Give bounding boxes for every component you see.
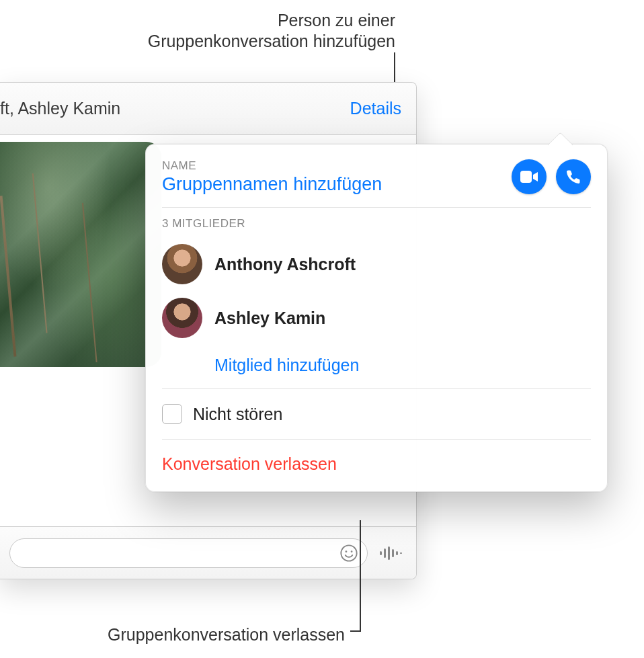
audio-call-button[interactable] — [556, 159, 591, 194]
avatar — [162, 244, 202, 284]
svg-rect-8 — [400, 552, 402, 554]
svg-rect-4 — [384, 548, 386, 558]
svg-point-0 — [341, 545, 356, 561]
audio-message-icon[interactable] — [374, 538, 407, 568]
message-input[interactable] — [9, 538, 368, 568]
video-call-button[interactable] — [512, 159, 547, 194]
svg-point-1 — [346, 550, 348, 552]
callout-add-person: Person zu einer Gruppenkonversation hinz… — [148, 10, 395, 52]
avatar — [162, 298, 202, 338]
svg-rect-7 — [396, 551, 398, 555]
emoji-icon[interactable] — [339, 543, 359, 563]
member-name: Anthony Ashcroft — [214, 255, 356, 274]
message-input-bar — [0, 526, 416, 579]
conversation-participants: ft, Ashley Kamin — [0, 99, 120, 118]
do-not-disturb-label: Nicht stören — [193, 405, 282, 424]
callout-line — [350, 630, 361, 632]
callout-leave-conversation: Gruppenkonversation verlassen — [108, 625, 345, 645]
add-member-button[interactable]: Mitglied hinzufügen — [162, 345, 591, 375]
leave-conversation-button[interactable]: Konversation verlassen — [162, 454, 591, 474]
group-name-input[interactable]: Gruppennamen hinzufügen — [162, 174, 501, 195]
members-count-label: 3 MITGLIEDER — [162, 217, 591, 231]
callout-line — [360, 520, 361, 631]
details-button[interactable]: Details — [350, 99, 401, 118]
do-not-disturb-checkbox[interactable] — [162, 404, 182, 424]
member-name: Ashley Kamin — [214, 309, 325, 328]
member-row[interactable]: Anthony Ashcroft — [162, 237, 591, 291]
group-name-label: Name — [162, 159, 501, 173]
svg-rect-3 — [380, 551, 382, 555]
svg-rect-9 — [520, 171, 532, 183]
messages-header: ft, Ashley Kamin Details — [0, 83, 416, 135]
svg-rect-6 — [392, 549, 394, 557]
message-image[interactable] — [0, 142, 161, 367]
svg-point-2 — [351, 550, 353, 552]
member-row[interactable]: Ashley Kamin — [162, 291, 591, 345]
details-popover: Name Gruppennamen hinzufügen 3 MITGLIEDE… — [145, 144, 608, 492]
svg-rect-5 — [388, 546, 390, 560]
